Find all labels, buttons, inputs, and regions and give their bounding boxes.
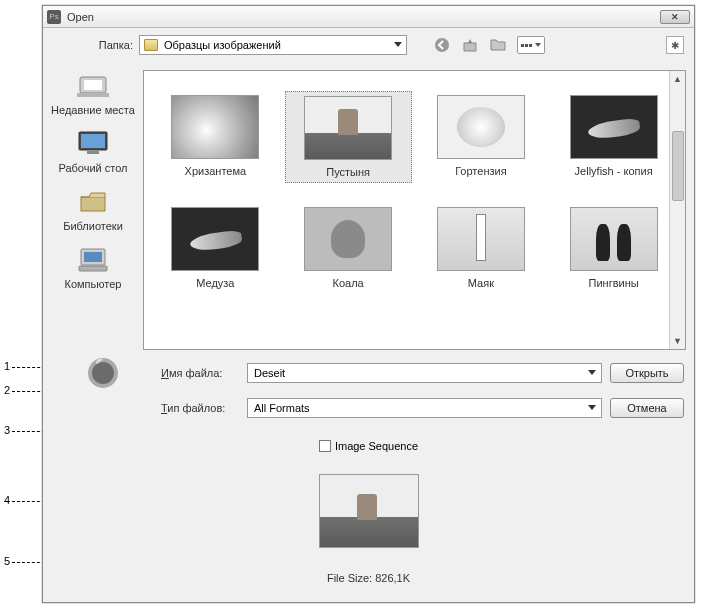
file-label: Хризантема xyxy=(185,165,247,177)
window-title: Open xyxy=(67,11,660,23)
file-label: Маяк xyxy=(468,277,494,289)
filetype-combo[interactable]: All Formats xyxy=(247,398,602,418)
thumbnail xyxy=(304,96,392,160)
photoshop-file-icon xyxy=(86,356,120,390)
thumbnail xyxy=(304,207,392,271)
scroll-thumb[interactable] xyxy=(672,131,684,201)
image-sequence-row: Image Sequence xyxy=(53,440,684,452)
desktop-icon xyxy=(76,128,110,158)
titlebar: Ps Open ✕ xyxy=(43,6,694,28)
file-item[interactable]: Пингвины xyxy=(550,203,677,293)
preview-thumbnail xyxy=(319,474,419,548)
filetype-label: Тип файлов: xyxy=(161,402,239,414)
svg-point-12 xyxy=(92,362,114,384)
up-button[interactable] xyxy=(461,36,479,54)
cancel-button[interactable]: Отмена xyxy=(610,398,684,418)
sidebar-item-libraries[interactable]: Библиотеки xyxy=(63,186,123,232)
file-label: Медуза xyxy=(196,277,234,289)
file-item[interactable]: Гортензия xyxy=(418,91,545,183)
sidebar-item-desktop[interactable]: Рабочий стол xyxy=(58,128,127,174)
scroll-up-icon[interactable]: ▲ xyxy=(670,71,685,87)
view-mode-button[interactable] xyxy=(517,36,545,54)
folder-icon xyxy=(144,39,158,51)
thumbnail xyxy=(171,207,259,271)
chevron-down-icon xyxy=(588,370,596,375)
file-label: Пустыня xyxy=(326,166,370,178)
svg-rect-3 xyxy=(77,93,109,97)
file-label: Jellyfish - копия xyxy=(575,165,653,177)
places-sidebar: Недавние места Рабочий стол Библиотеки К… xyxy=(43,62,143,350)
open-dialog: Ps Open ✕ Папка: Образцы изображений ✱ Н… xyxy=(42,5,695,603)
file-list-pane: ХризантемаПустыняГортензияJellyfish - ко… xyxy=(143,70,686,350)
thumbnail xyxy=(570,95,658,159)
svg-rect-10 xyxy=(79,266,107,271)
file-label: Пингвины xyxy=(589,277,639,289)
file-label: Гортензия xyxy=(455,165,506,177)
app-icon: Ps xyxy=(47,10,61,24)
thumbnail xyxy=(437,207,525,271)
folder-combo[interactable]: Образцы изображений xyxy=(139,35,407,55)
open-button[interactable]: Открыть xyxy=(610,363,684,383)
scroll-down-icon[interactable]: ▼ xyxy=(670,333,685,349)
thumbnail xyxy=(570,207,658,271)
favorite-button[interactable]: ✱ xyxy=(666,36,684,54)
file-item[interactable]: Маяк xyxy=(418,203,545,293)
thumbnail xyxy=(171,95,259,159)
controls-area: Имя файла: Deseit Открыть Тип файлов: Al… xyxy=(43,350,694,584)
close-button[interactable]: ✕ xyxy=(660,10,690,24)
file-item[interactable]: Jellyfish - копия xyxy=(550,91,677,183)
filename-label: Имя файла: xyxy=(161,367,239,379)
file-item[interactable]: Хризантема xyxy=(152,91,279,183)
sidebar-item-recent[interactable]: Недавние места xyxy=(51,70,135,116)
new-folder-button[interactable] xyxy=(489,36,507,54)
image-sequence-label: Image Sequence xyxy=(335,440,418,452)
svg-rect-2 xyxy=(84,80,102,90)
back-button[interactable] xyxy=(433,36,451,54)
recent-places-icon xyxy=(76,70,110,100)
chevron-down-icon xyxy=(588,405,596,410)
libraries-icon xyxy=(76,186,110,216)
filename-combo[interactable]: Deseit xyxy=(247,363,602,383)
file-grid: ХризантемаПустыняГортензияJellyfish - ко… xyxy=(144,71,685,301)
thumbnail xyxy=(437,95,525,159)
file-item[interactable]: Пустыня xyxy=(285,91,412,183)
filename-value: Deseit xyxy=(254,367,285,379)
file-item[interactable]: Медуза xyxy=(152,203,279,293)
filetype-value: All Formats xyxy=(254,402,310,414)
scrollbar[interactable]: ▲ ▼ xyxy=(669,71,685,349)
folder-value: Образцы изображений xyxy=(164,39,281,51)
svg-rect-7 xyxy=(81,197,105,211)
chevron-down-icon xyxy=(394,42,402,47)
file-size-label: File Size: 826,1K xyxy=(53,572,684,584)
folder-label: Папка: xyxy=(53,39,133,51)
callout-annotations: 1 2 3 4 5 xyxy=(0,0,42,609)
svg-rect-6 xyxy=(87,151,99,154)
file-label: Коала xyxy=(333,277,364,289)
svg-rect-5 xyxy=(81,134,105,148)
svg-rect-9 xyxy=(84,252,102,262)
file-item[interactable]: Коала xyxy=(285,203,412,293)
image-sequence-checkbox[interactable] xyxy=(319,440,331,452)
sidebar-item-computer[interactable]: Компьютер xyxy=(65,244,122,290)
folder-toolbar: Папка: Образцы изображений ✱ xyxy=(43,28,694,62)
computer-icon xyxy=(76,244,110,274)
svg-point-0 xyxy=(435,38,449,52)
